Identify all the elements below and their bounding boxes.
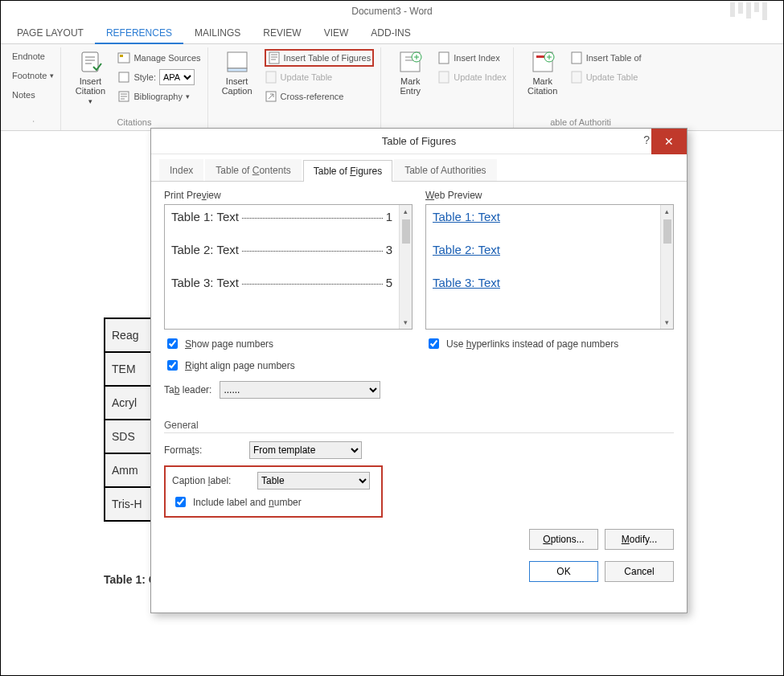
svg-rect-6 [228,68,247,72]
pp-entry-text: Table 2: Text [171,243,239,256]
use-hyperlinks-checkbox[interactable] [429,338,439,349]
dialog-tab-index[interactable]: Index [159,159,203,181]
table-of-figures-dialog: Table of Figures ? ✕ Index Table of Cont… [150,128,688,613]
cancel-button[interactable]: Cancel [605,561,674,582]
ribbon-group-index: Mark Entry Insert Index Update Index [381,47,513,130]
svg-rect-5 [228,52,247,68]
formats-select[interactable]: From template [249,441,362,459]
show-notes-button[interactable]: Notes [12,86,54,104]
tab-addins[interactable]: ADD-INS [359,22,421,44]
update-toa-button[interactable]: Update Table [570,68,642,86]
update-index-label: Update Index [454,72,506,82]
tab-view[interactable]: VIEW [313,22,360,44]
svg-rect-2 [120,55,123,57]
citation-style-select[interactable]: APA [159,69,195,85]
dialog-titlebar: Table of Figures ? ✕ [151,129,687,154]
insert-caption-button[interactable]: Insert Caption [215,47,260,96]
tab-leader-select[interactable]: ...... [220,381,380,399]
titlebar: Document3 - Word [1,1,783,22]
cross-reference-button[interactable]: Cross-reference [265,88,375,105]
citation-icon [77,49,103,75]
wp-entry: Table 2: Text [433,243,654,256]
ribbon-group-footnotes: Endnote Footnote ▾ Notes ᐧ [6,47,61,130]
insert-toa-icon [570,51,583,64]
ok-button[interactable]: OK [529,561,598,582]
manage-sources-label: Manage Sources [133,53,200,63]
app-window: Document3 - Word PAGE LAYOUT REFERENCES … [0,0,784,676]
ribbon-tabs: PAGE LAYOUT REFERENCES MAILINGS REVIEW V… [1,22,783,44]
mark-entry-icon [397,49,423,75]
close-button[interactable]: ✕ [651,129,687,154]
mark-entry-button[interactable]: Mark Entry [388,47,433,96]
pp-entry-page: 1 [386,210,392,223]
insert-toa-button[interactable]: Insert Table of [570,49,642,67]
update-index-button[interactable]: Update Index [437,68,506,86]
dialog-tabs: Index Table of Contents Table of Figures… [151,154,687,182]
print-preview-box: Table 1: Text1 Table 2: Text3 Table 3: T… [164,204,413,330]
pp-entry-page: 5 [386,276,392,289]
mark-citation-icon [530,49,556,75]
footnote-label: Footnote [12,71,47,80]
citation-style-row: Style: APA [117,68,200,86]
cross-ref-label: Cross-reference [281,92,344,101]
update-toa-icon [570,71,583,84]
document-title: Document3 - Word [351,6,432,17]
wp-entry: Table 3: Text [433,276,654,289]
caption-icon [224,49,250,75]
bibliography-icon [117,90,130,103]
update-table-button[interactable]: Update Table [265,68,375,86]
style-label: Style: [133,72,156,82]
dialog-tab-toc[interactable]: Table of Contents [205,159,301,181]
update-table-label: Update Table [281,72,333,82]
tab-references[interactable]: REFERENCES [95,22,183,44]
svg-rect-15 [536,55,544,58]
bibliography-button[interactable]: Bibliography ▾ [117,88,200,105]
svg-rect-7 [269,52,279,64]
general-section: General Formats: From template Caption l… [164,420,674,518]
show-page-numbers-checkbox[interactable] [167,338,178,349]
svg-rect-12 [439,52,449,64]
include-label-checkbox[interactable] [175,497,186,507]
options-button[interactable]: Options... [529,529,598,550]
close-icon: ✕ [664,135,674,148]
insert-caption-label: Insert Caption [222,76,252,96]
svg-rect-3 [119,72,129,82]
mark-citation-button[interactable]: Mark Citation [520,47,565,96]
manage-sources-icon [117,51,130,64]
tab-leader-label: Tab leader: [164,384,211,395]
dialog-body: Print Preview Table 1: Text1 Table 2: Te… [151,182,687,590]
insert-endnote-button[interactable]: Endnote [12,47,54,65]
modify-button[interactable]: Modify... [605,529,674,550]
tab-mailings[interactable]: MAILINGS [183,22,252,44]
caption-label-highlight: Caption label: Table Include label and n… [164,465,383,518]
dialog-tab-tof[interactable]: Table of Figures [303,160,392,182]
scrollbar[interactable]: ▴▾ [399,205,412,329]
show-page-numbers-label: Show page numbers [185,338,273,350]
bibliography-label: Bibliography [133,92,183,101]
pp-entry-text: Table 1: Text [171,210,239,223]
ribbon: Endnote Footnote ▾ Notes ᐧ Insert Citati… [1,44,783,131]
help-button[interactable]: ? [643,133,650,146]
pp-entry-text: Table 3: Text [171,276,239,289]
wp-entry: Table 1: Text [433,210,654,223]
caption-label-select[interactable]: Table [257,472,370,490]
tab-page-layout[interactable]: PAGE LAYOUT [6,22,95,44]
group-label-footnotes: ᐧ [12,115,54,130]
insert-index-label: Insert Index [454,53,499,63]
tof-icon [268,51,281,64]
update-table-icon [265,71,277,84]
dialog-title: Table of Figures [382,135,457,147]
dialog-tab-toa[interactable]: Table of Authorities [394,159,496,181]
manage-sources-button[interactable]: Manage Sources [117,49,200,67]
tab-review[interactable]: REVIEW [252,22,312,44]
insert-citation-button[interactable]: Insert Citation ▾ [68,47,113,105]
svg-rect-18 [572,72,581,83]
insert-index-button[interactable]: Insert Index [437,49,506,67]
formats-label: Formats: [164,445,241,456]
next-footnote-button[interactable]: Footnote ▾ [12,67,54,84]
scrollbar[interactable]: ▴▾ [660,205,673,329]
insert-table-of-figures-button[interactable]: Insert Table of Figures [265,49,375,67]
update-toa-label: Update Table [586,72,638,82]
update-index-icon [437,71,450,84]
right-align-checkbox[interactable] [167,360,178,371]
